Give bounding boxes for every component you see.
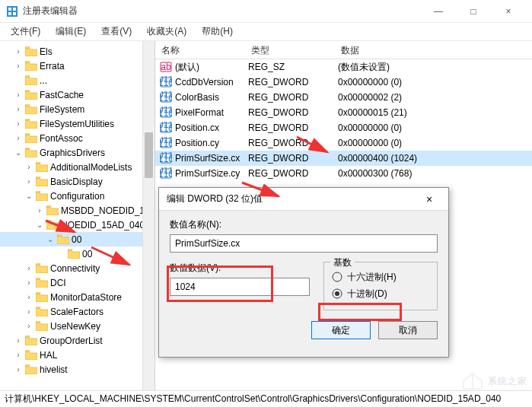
menu-favorites[interactable]: 收藏夹(A) (141, 24, 193, 40)
col-data[interactable]: 数据 (335, 41, 532, 59)
value-data-input[interactable] (170, 278, 310, 296)
list-row[interactable]: 011110PrimSurfSize.cyREG_DWORD0x00000300… (155, 166, 532, 181)
value-data: 0x00000300 (768) (335, 168, 532, 179)
tree-label: MonitorDataStore (50, 292, 122, 303)
tree-item[interactable]: ⌄GraphicsDrivers (0, 145, 155, 160)
tree-label: BasicDisplay (50, 176, 103, 187)
tree-item[interactable]: 00 (0, 246, 155, 261)
tree-label: 00 (82, 249, 92, 259)
tree-toggle-icon[interactable]: › (24, 322, 33, 330)
value-name: CcdDbVersion (175, 77, 234, 87)
tree-toggle-icon[interactable]: › (14, 336, 23, 345)
tree-label: NOEDID_15AD_040 (61, 220, 145, 231)
tree-item[interactable]: ⌄Configuration (0, 189, 155, 203)
list-row[interactable]: 011110Position.cxREG_DWORD0x00000000 (0) (155, 120, 532, 135)
col-name[interactable]: 名称 (155, 41, 245, 59)
menu-view[interactable]: 查看(V) (95, 24, 138, 40)
tree-item[interactable]: ›FileSystemUtilities (0, 116, 155, 131)
regedit-icon (6, 5, 18, 17)
tree-toggle-icon[interactable]: › (14, 351, 23, 359)
value-name: (默认) (175, 61, 199, 74)
value-data-label: 数值数据(V): (170, 262, 310, 275)
menu-help[interactable]: 帮助(H) (196, 24, 239, 40)
dialog-titlebar[interactable]: 编辑 DWORD (32 位)值 × (159, 188, 448, 211)
tree-toggle-icon[interactable]: › (14, 47, 23, 56)
tree-toggle-icon[interactable]: › (14, 134, 23, 142)
list-row[interactable]: 011110PrimSurfSize.cxREG_DWORD0x00000400… (155, 151, 532, 166)
scrollbar-thumb[interactable] (145, 132, 153, 178)
ok-button[interactable]: 确定 (311, 321, 371, 339)
value-type: REG_DWORD (245, 107, 335, 118)
close-button[interactable]: × (491, 0, 526, 23)
tree-label: AdditionalModeLists (50, 162, 132, 173)
tree-item[interactable]: ›BasicDisplay (0, 174, 155, 189)
minimize-button[interactable]: — (421, 0, 456, 23)
col-type[interactable]: 类型 (245, 41, 335, 59)
tree-item[interactable]: ›Connectivity (0, 261, 155, 275)
tree-toggle-icon[interactable]: › (14, 105, 23, 113)
tree-toggle-icon[interactable]: › (24, 293, 33, 301)
menu-edit[interactable]: 编辑(E) (49, 24, 92, 40)
list-header: 名称 类型 数据 (155, 41, 532, 59)
tree-item[interactable]: ›FontAssoc (0, 131, 155, 145)
tree-toggle-icon[interactable]: › (14, 365, 23, 374)
list-row[interactable]: ab(默认)REG_SZ(数值未设置) (155, 59, 532, 75)
tree-item[interactable]: ... (0, 73, 155, 87)
tree-toggle-icon[interactable]: › (35, 206, 44, 215)
window-titlebar: 注册表编辑器 — □ × (0, 0, 532, 23)
tree-toggle-icon[interactable]: ⌄ (14, 148, 23, 157)
svg-rect-3 (8, 12, 11, 15)
tree-item[interactable]: ›hivelist (0, 362, 155, 377)
tree-toggle-icon[interactable]: › (24, 307, 33, 316)
tree-toggle-icon[interactable]: › (24, 177, 33, 186)
tree-pane[interactable]: ›Els›Errata...›FastCache›FileSystem›File… (0, 41, 155, 390)
svg-rect-2 (13, 8, 16, 11)
svg-text:ab: ab (161, 62, 171, 72)
tree-label: ... (40, 75, 47, 86)
tree-toggle-icon[interactable]: › (24, 264, 33, 272)
tree-toggle-icon[interactable]: › (24, 163, 33, 171)
tree-label: Els (40, 46, 53, 57)
tree-item[interactable]: ›Els (0, 44, 155, 59)
tree-toggle-icon[interactable]: ⌄ (24, 192, 33, 200)
list-row[interactable]: 011110PixelFormatREG_DWORD0x00000015 (21… (155, 105, 532, 120)
tree-item[interactable]: ›FastCache (0, 87, 155, 102)
tree-item[interactable]: ›DCI (0, 275, 155, 290)
value-data: (数值未设置) (335, 61, 532, 74)
value-name: Position.cy (175, 138, 219, 148)
value-data: 0x00000015 (21) (335, 107, 532, 118)
tree-item[interactable]: ›MonitorDataStore (0, 290, 155, 304)
svg-text:110: 110 (160, 138, 172, 149)
value-type: REG_DWORD (245, 77, 335, 87)
list-row[interactable]: 011110ColorBasisREG_DWORD0x00000002 (2) (155, 90, 532, 105)
tree-item[interactable]: ›ScaleFactors (0, 304, 155, 319)
tree-toggle-icon[interactable]: › (24, 278, 33, 287)
tree-item[interactable]: ⌄00 (0, 232, 155, 246)
tree-item[interactable]: ›AdditionalModeLists (0, 160, 155, 174)
cancel-button[interactable]: 取消 (378, 321, 438, 339)
svg-point-28 (333, 272, 342, 281)
tree-item[interactable]: ›Errata (0, 59, 155, 73)
value-type: REG_SZ (245, 62, 335, 72)
tree-toggle-icon[interactable]: ⌄ (35, 221, 44, 229)
tree-item[interactable]: ›MSBDD_NOEDID_1 (0, 203, 155, 218)
tree-item[interactable]: ›FileSystem (0, 102, 155, 116)
tree-toggle-icon[interactable]: ⌄ (46, 235, 55, 243)
list-row[interactable]: 011110CcdDbVersionREG_DWORD0x00000000 (0… (155, 75, 532, 90)
list-row[interactable]: 011110Position.cyREG_DWORD0x00000000 (0) (155, 135, 532, 151)
menu-file[interactable]: 文件(F) (5, 24, 46, 40)
tree-item[interactable]: ›GroupOrderList (0, 333, 155, 348)
tree-item[interactable]: ›UseNewKey (0, 319, 155, 333)
maximize-button[interactable]: □ (456, 0, 491, 23)
tree-toggle-icon[interactable]: › (14, 119, 23, 128)
tree-scrollbar[interactable] (142, 41, 155, 390)
radio-dec[interactable]: 十进制(D) (332, 285, 429, 302)
tree-item[interactable]: ⌄NOEDID_15AD_040 (0, 218, 155, 232)
value-name-input[interactable] (170, 234, 438, 253)
dialog-close-button[interactable]: × (418, 193, 441, 205)
tree-toggle-icon[interactable]: › (14, 91, 23, 99)
radio-hex[interactable]: 十六进制(H) (332, 269, 429, 285)
tree-item[interactable]: ›HAL (0, 348, 155, 362)
tree-toggle-icon[interactable]: › (14, 62, 23, 70)
value-type: REG_DWORD (245, 138, 335, 148)
